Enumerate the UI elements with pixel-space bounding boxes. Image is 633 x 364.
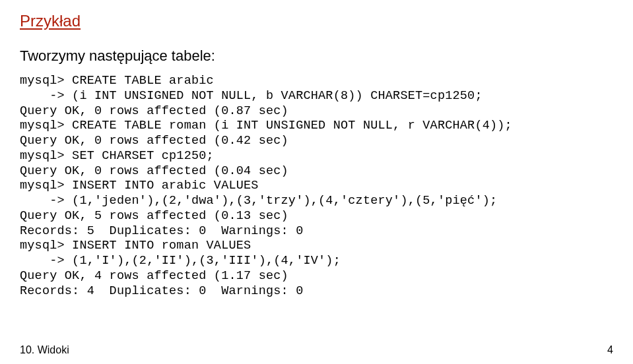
intro-text: Tworzymy następujące tabele: (20, 47, 613, 65)
footer-page-number: 4 (607, 344, 613, 356)
code-block: mysql> CREATE TABLE arabic -> (i INT UNS… (20, 74, 613, 299)
footer: 10. Widoki 4 (20, 344, 613, 356)
slide-page: Przykład Tworzymy następujące tabele: my… (0, 0, 633, 364)
section-heading: Przykład (20, 12, 613, 30)
footer-chapter: 10. Widoki (20, 344, 69, 356)
